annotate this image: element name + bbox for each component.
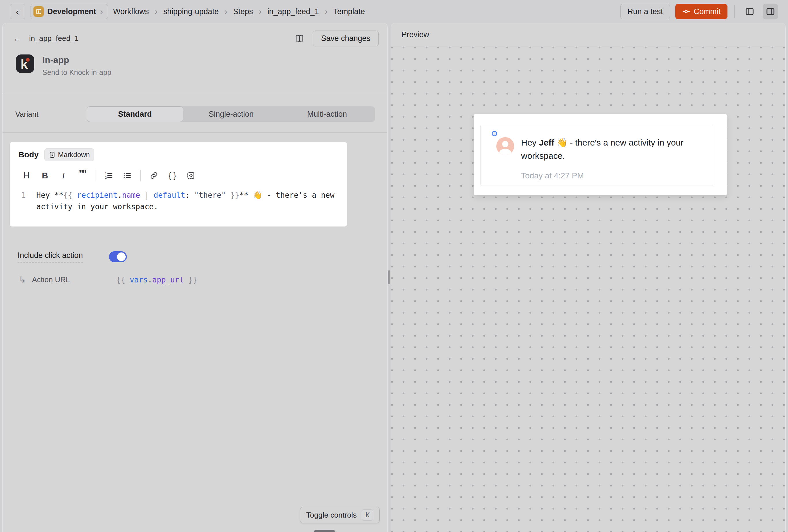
variable-braces-button[interactable]: { } bbox=[164, 169, 180, 182]
commit-label: Commit bbox=[694, 7, 721, 16]
variant-row: Variant Standard Single-action Multi-act… bbox=[3, 106, 387, 122]
format-badge-markdown[interactable]: Markdown bbox=[44, 149, 94, 161]
environment-label: Development bbox=[47, 7, 96, 16]
variant-option-label: Standard bbox=[118, 110, 152, 119]
preview-title: Preview bbox=[401, 30, 429, 39]
corner-arrow-icon: ↳ bbox=[19, 275, 32, 285]
feed-preview-container: Hey Jeff 👋 - there's a new activity in y… bbox=[474, 114, 727, 195]
italic-button[interactable]: I bbox=[55, 169, 72, 182]
code-token: Hey bbox=[36, 191, 55, 199]
channel-title: In-app bbox=[42, 55, 111, 65]
template-editor-panel: ← in_app_feed_1 Save changes k In-app Se… bbox=[2, 23, 388, 532]
code-token bbox=[140, 191, 145, 199]
body-code-input[interactable]: Hey **{{ recipient.name | default: "ther… bbox=[36, 189, 336, 212]
variant-option-multi-action[interactable]: Multi-action bbox=[279, 106, 375, 122]
code-token: }} bbox=[184, 276, 197, 284]
body-editor-card: Body Markdown H B I ”” 1 bbox=[10, 142, 347, 226]
toggle-knob bbox=[117, 253, 126, 261]
section-divider bbox=[3, 132, 387, 133]
action-url-input[interactable]: {{ vars.app_url }} bbox=[116, 276, 197, 284]
code-editor: 1 Hey **{{ recipient.name | default: "th… bbox=[18, 189, 338, 212]
run-a-test-label: Run a test bbox=[628, 7, 663, 16]
channel-subtitle: Send to Knock in-app bbox=[42, 68, 111, 77]
toggle-controls-label: Toggle controls bbox=[307, 511, 357, 519]
commit-button[interactable]: Commit bbox=[675, 4, 727, 19]
code-token: }} bbox=[230, 191, 239, 199]
breadcrumb-steps[interactable]: Steps bbox=[233, 7, 253, 16]
notification-message: Hey Jeff 👋 - there's a new activity in y… bbox=[521, 136, 703, 162]
back-chevron-icon: ‹ bbox=[16, 6, 19, 17]
step-name: in_app_feed_1 bbox=[29, 34, 79, 43]
link-icon bbox=[150, 171, 158, 180]
action-url-label: Action URL bbox=[32, 275, 101, 284]
bold-button[interactable]: B bbox=[37, 169, 53, 182]
heading-button[interactable]: H bbox=[18, 169, 35, 182]
code-token: {{ bbox=[63, 191, 77, 199]
chevron-right-icon: › bbox=[154, 7, 158, 16]
code-token: name bbox=[122, 191, 140, 199]
save-changes-label: Save changes bbox=[321, 34, 370, 43]
bottom-cutoff-element bbox=[314, 530, 335, 532]
blockquote-button[interactable]: ”” bbox=[74, 169, 90, 182]
body-editor-header: Body Markdown bbox=[18, 148, 338, 162]
panel-resize-handle[interactable] bbox=[388, 270, 390, 284]
code-token bbox=[149, 191, 154, 199]
save-changes-button[interactable]: Save changes bbox=[313, 31, 379, 46]
back-arrow-icon[interactable]: ← bbox=[13, 34, 22, 43]
variant-option-standard[interactable]: Standard bbox=[87, 106, 183, 122]
chevron-right-icon: › bbox=[100, 7, 104, 16]
include-click-action-toggle[interactable] bbox=[109, 251, 127, 262]
notification-card[interactable]: Hey Jeff 👋 - there's a new activity in y… bbox=[480, 125, 713, 186]
notification-timestamp: Today at 4:27 PM bbox=[521, 171, 703, 180]
body-label: Body bbox=[18, 150, 39, 159]
avatar bbox=[496, 137, 514, 155]
breadcrumb-step-name[interactable]: in_app_feed_1 bbox=[268, 7, 319, 16]
code-token: vars bbox=[130, 276, 148, 284]
toggle-controls-button[interactable]: Toggle controls K bbox=[300, 507, 379, 524]
code-token: default bbox=[154, 191, 185, 199]
breadcrumb-workflow-name[interactable]: shipping-update bbox=[163, 7, 219, 16]
editor-header: ← in_app_feed_1 Save changes bbox=[3, 23, 387, 53]
environment-icon bbox=[34, 6, 44, 17]
toolbar-divider bbox=[140, 170, 141, 181]
preview-canvas: Hey Jeff 👋 - there's a new activity in y… bbox=[391, 46, 785, 532]
preview-panel: Preview Hey Jeff 👋 - there's a new activ… bbox=[391, 23, 786, 532]
code-token: ** bbox=[239, 191, 248, 199]
git-commit-icon bbox=[682, 7, 690, 16]
avatar-head bbox=[502, 141, 508, 147]
link-button[interactable] bbox=[146, 169, 162, 182]
knock-logo-icon: k bbox=[16, 55, 34, 73]
code-token: recipient bbox=[77, 191, 118, 199]
docs-button[interactable] bbox=[293, 32, 306, 45]
channel-info: k In-app Send to Knock in-app bbox=[16, 55, 111, 77]
knock-logo-dot bbox=[26, 58, 30, 62]
ordered-list-button[interactable]: 1 2 bbox=[101, 169, 117, 182]
action-url-row: ↳ Action URL {{ vars.app_url }} bbox=[19, 275, 197, 285]
toggle-left-panel-button[interactable] bbox=[742, 4, 757, 19]
variant-option-label: Single-action bbox=[209, 110, 254, 119]
toggle-right-panel-button[interactable] bbox=[763, 4, 778, 19]
editor-toolbar: H B I ”” 1 2 bbox=[18, 169, 338, 182]
avatar-shoulders bbox=[499, 149, 511, 155]
keyboard-shortcut-badge: K bbox=[362, 509, 373, 521]
ordered-list-icon: 1 2 bbox=[104, 171, 113, 180]
code-block-button[interactable] bbox=[183, 169, 199, 182]
run-a-test-button[interactable]: Run a test bbox=[620, 4, 670, 19]
code-token: "there" bbox=[194, 191, 226, 199]
include-click-action-row: Include click action bbox=[18, 251, 127, 262]
svg-text:1: 1 bbox=[105, 172, 107, 175]
back-button[interactable]: ‹ bbox=[10, 4, 25, 19]
chevron-right-icon: › bbox=[224, 7, 228, 16]
bullet-list-button[interactable] bbox=[119, 169, 135, 182]
message-recipient-name: Jeff bbox=[539, 138, 554, 147]
variant-option-single-action[interactable]: Single-action bbox=[183, 106, 279, 122]
left-panel-icon bbox=[745, 7, 754, 16]
breadcrumb-workflows[interactable]: Workflows bbox=[113, 7, 149, 16]
code-token: ** bbox=[55, 191, 63, 199]
markdown-file-icon bbox=[49, 151, 56, 158]
topbar-divider bbox=[734, 5, 735, 18]
include-click-action-label: Include click action bbox=[18, 251, 83, 262]
code-block-icon bbox=[186, 171, 195, 180]
environment-switcher[interactable]: Development › bbox=[31, 4, 108, 19]
breadcrumb-template[interactable]: Template bbox=[333, 7, 365, 16]
